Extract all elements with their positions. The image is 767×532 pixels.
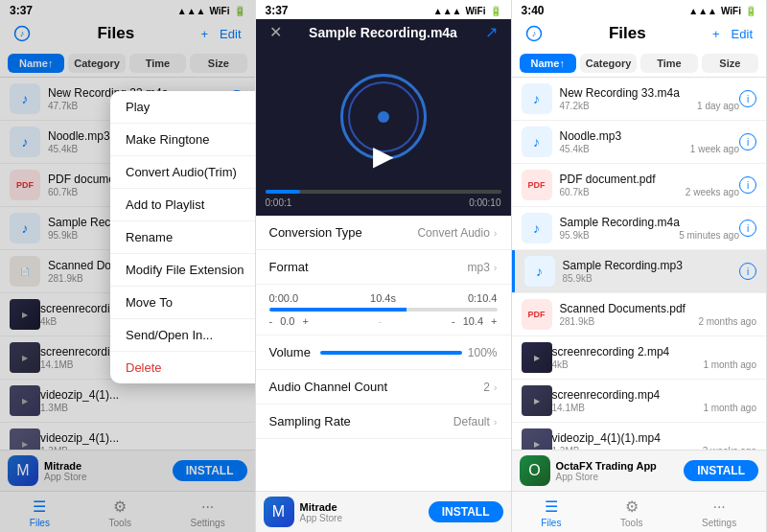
file-info: Sample Recording.mp3 85.9kB xyxy=(563,259,740,284)
file-meta: 45.4kB 1 week ago xyxy=(560,144,740,154)
list-item[interactable]: PDF PDF document.pdf 60.7kB 2 weeks ago … xyxy=(512,164,767,207)
volume-slider-container xyxy=(320,351,462,355)
nav-settings-label-right: Settings xyxy=(702,518,736,528)
audio-channel-row[interactable]: Audio Channel Count 2 › xyxy=(256,370,511,405)
bottom-nav-right: ☰ Files ⚙ Tools ··· Settings xyxy=(512,491,767,532)
share-button-mid[interactable]: ↗ xyxy=(483,23,500,41)
file-name: Noodle.mp3 xyxy=(560,129,740,143)
nav-files-right[interactable]: ☰ Files xyxy=(541,497,561,528)
info-button[interactable]: i xyxy=(739,263,756,280)
file-name: PDF document.pdf xyxy=(560,173,740,186)
info-button[interactable]: i xyxy=(739,220,756,237)
close-button-mid[interactable]: ✕ xyxy=(267,23,284,41)
plus-icon-right[interactable]: + xyxy=(491,315,497,327)
volume-row: Volume 100% xyxy=(256,335,511,370)
minus-icon-left[interactable]: - xyxy=(269,315,273,327)
format-row[interactable]: Format mp3 › xyxy=(256,250,511,285)
ctx-move-to[interactable]: Move To xyxy=(110,287,256,319)
range-labels: 0:00.0 10.4s 0:10.4 xyxy=(269,292,498,304)
sampling-rate-row[interactable]: Sampling Rate Default › xyxy=(256,405,511,439)
tab-category-right[interactable]: Category xyxy=(580,54,637,73)
status-bar-mid: 3:37 ▲▲▲ WiFi 🔋 xyxy=(256,0,511,19)
info-button[interactable]: i xyxy=(739,133,756,150)
file-name: screenrecording 2.mp4 xyxy=(552,345,757,359)
nav-settings-right[interactable]: ··· Settings xyxy=(702,498,736,528)
list-item[interactable]: ▶ videozip_4(1)(1).mp4 1.3MB 3 weeks ago xyxy=(512,423,767,450)
ctx-modify-ext[interactable]: Modify File Extension xyxy=(110,254,256,287)
edit-button-right[interactable]: Edit xyxy=(730,27,755,41)
progress-fill xyxy=(266,190,301,194)
install-button-mid[interactable]: INSTALL xyxy=(429,501,503,522)
list-item[interactable]: ♪ New Recording 33.m4a 47.2kB 1 day ago … xyxy=(512,78,767,121)
install-info-mid: Mitrade App Store xyxy=(300,501,423,523)
audio-channel-value: 2 › xyxy=(483,381,497,394)
format-label: Format xyxy=(269,260,309,274)
file-info: screenrecording 2.mp4 4kB 1 month ago xyxy=(552,345,757,370)
min-val: 0.0 xyxy=(280,315,294,327)
tab-time-right[interactable]: Time xyxy=(640,54,697,73)
file-icon-audio: ♪ xyxy=(522,127,552,157)
time-range-mid-label: 10.4s xyxy=(370,292,396,304)
file-icon-audio: ♪ xyxy=(522,213,552,243)
status-icons-right: ▲▲▲ WiFi 🔋 xyxy=(688,6,756,16)
tab-name-right[interactable]: Name↑ xyxy=(520,54,576,73)
file-list-right: ♪ New Recording 33.m4a 47.2kB 1 day ago … xyxy=(512,78,767,450)
file-info: Sample Recording.m4a 95.9kB 5 minutes ag… xyxy=(560,216,740,241)
info-button[interactable]: i xyxy=(739,90,756,107)
ctx-send-open[interactable]: Send/Open In... xyxy=(110,319,256,352)
file-meta: 60.7kB 2 weeks ago xyxy=(560,187,740,197)
ctx-delete[interactable]: Delete xyxy=(110,352,256,383)
file-meta: 95.9kB 5 minutes ago xyxy=(560,230,740,241)
file-info: Noodle.mp3 45.4kB 1 week ago xyxy=(560,129,740,154)
segment-tabs-right: Name↑ Category Time Size xyxy=(512,50,767,78)
ctx-add-playlist[interactable]: Add to Playlist xyxy=(110,189,256,221)
file-info: screenrecording.mp4 14.1MB 1 month ago xyxy=(552,388,757,413)
file-icon-video: ▶ xyxy=(522,342,552,373)
nav-files-label-right: Files xyxy=(541,518,561,528)
status-time-mid: 3:37 xyxy=(266,4,289,17)
app-icon-mitrade-mid: M xyxy=(264,497,294,527)
list-item[interactable]: ♪ Noodle.mp3 45.4kB 1 week ago i xyxy=(512,121,767,164)
wifi-icon-right: WiFi xyxy=(721,6,741,16)
list-item[interactable]: ▶ screenrecording.mp4 14.1MB 1 month ago xyxy=(512,380,767,423)
file-name: screenrecording.mp4 xyxy=(552,388,757,402)
app-store-label-mid: App Store xyxy=(300,513,423,523)
conversion-type-row[interactable]: Conversion Type Convert Audio › xyxy=(256,216,511,250)
time-range-slider[interactable] xyxy=(269,308,498,312)
file-name: videozip_4(1)(1).mp4 xyxy=(552,431,757,445)
title-mid: Sample Recording.m4a xyxy=(284,25,483,40)
format-value: mp3 › xyxy=(467,261,497,274)
file-info: Scanned Documents.pdf 281.9kB 2 months a… xyxy=(560,302,757,327)
list-item[interactable]: ▶ screenrecording 2.mp4 4kB 1 month ago xyxy=(512,336,767,380)
list-item[interactable]: PDF Scanned Documents.pdf 281.9kB 2 mont… xyxy=(512,293,767,336)
conversion-type-value: Convert Audio › xyxy=(417,226,497,240)
plus-icon-left[interactable]: + xyxy=(302,315,308,327)
files-icon-right: ☰ xyxy=(545,497,558,516)
list-item[interactable]: ♪ Sample Recording.m4a 95.9kB 5 minutes … xyxy=(512,207,767,250)
panel-middle: 3:37 ▲▲▲ WiFi 🔋 ✕ Sample Recording.m4a ↗… xyxy=(256,0,512,532)
header-right: ♪ Files + Edit xyxy=(512,19,767,50)
progress-bar[interactable] xyxy=(266,190,501,194)
add-button-right[interactable]: + xyxy=(710,27,722,41)
app-store-label-right: App Store xyxy=(556,472,679,482)
info-button[interactable]: i xyxy=(739,176,756,194)
time-current: 0:00:1 xyxy=(266,197,292,208)
minus-icon-right[interactable]: - xyxy=(452,315,455,327)
file-name: Sample Recording.m4a xyxy=(560,216,740,229)
play-button-large[interactable]: ▶ xyxy=(373,140,394,172)
install-button-right[interactable]: INSTALL xyxy=(684,460,758,481)
nav-tools-right[interactable]: ⚙ Tools xyxy=(620,497,642,528)
range-separator: - xyxy=(379,315,383,327)
wifi-icon-mid: WiFi xyxy=(465,6,485,16)
ctx-make-ringtone[interactable]: Make Ringtone xyxy=(110,124,256,156)
file-name: Sample Recording.mp3 xyxy=(563,259,740,272)
status-bar-right: 3:40 ▲▲▲ WiFi 🔋 xyxy=(512,0,767,19)
ctx-play[interactable]: Play xyxy=(110,91,256,124)
tab-size-right[interactable]: Size xyxy=(702,54,758,73)
ctx-convert-audio[interactable]: Convert Audio(Trim) xyxy=(110,156,256,189)
player-area: ▶ xyxy=(256,47,511,186)
file-meta: 4kB 1 month ago xyxy=(552,359,757,370)
list-item-highlighted[interactable]: ♪ Sample Recording.mp3 85.9kB i xyxy=(512,250,767,293)
volume-slider[interactable] xyxy=(320,351,462,355)
ctx-rename[interactable]: Rename xyxy=(110,221,256,254)
